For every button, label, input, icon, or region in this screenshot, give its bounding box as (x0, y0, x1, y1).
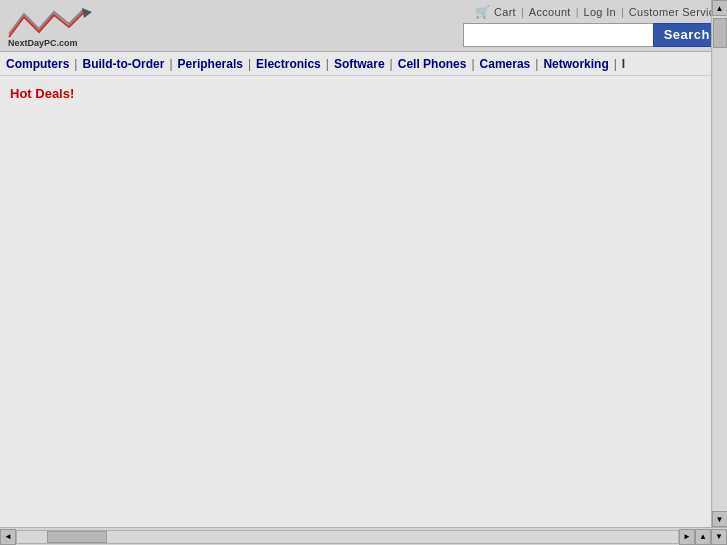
nav-sep-1: | (74, 57, 77, 71)
h-scroll-area: ◄ ► (0, 528, 695, 546)
scroll-track (713, 16, 727, 511)
scroll-thumb[interactable] (713, 18, 727, 48)
logo-area: NextDayPC.com (4, 4, 94, 48)
main-content: Hot Deals! (0, 76, 727, 496)
nav-sep-4: | (326, 57, 329, 71)
nav-sep-2: | (169, 57, 172, 71)
sep2: | (576, 6, 579, 18)
corner-buttons: ▲ ▼ (695, 529, 727, 545)
account-link[interactable]: account (529, 6, 571, 18)
site-logo: NextDayPC.com (4, 4, 94, 48)
nav-computers[interactable]: Computers (6, 57, 69, 71)
nav-peripherals[interactable]: Peripherals (178, 57, 243, 71)
login-link[interactable]: Log in (584, 6, 616, 18)
scroll-down-button[interactable]: ▼ (712, 511, 728, 527)
nav-sep-6: | (471, 57, 474, 71)
bottom-bar: ◄ ► ▲ ▼ (0, 527, 727, 545)
h-scroll-thumb[interactable] (47, 531, 107, 543)
corner-scroll-down[interactable]: ▼ (711, 529, 727, 545)
sep1: | (521, 6, 524, 18)
nav-build[interactable]: Build-to-Order (82, 57, 164, 71)
scroll-up-button[interactable]: ▲ (712, 0, 728, 16)
nav-cellphones[interactable]: Cell Phones (398, 57, 467, 71)
nav-sep-3: | (248, 57, 251, 71)
nav-networking[interactable]: Networking (543, 57, 608, 71)
scrollbar-right: ▲ ▼ (711, 0, 727, 527)
nav-sep-5: | (390, 57, 393, 71)
corner-scroll-up[interactable]: ▲ (695, 529, 711, 545)
customer-service-link[interactable]: customer service (629, 6, 721, 18)
nav-software[interactable]: Software (334, 57, 385, 71)
nav-more-indicator: I (622, 57, 625, 71)
nav-sep-8: | (614, 57, 617, 71)
nav-bar: Computers | Build-to-Order | Peripherals… (0, 52, 727, 76)
top-bar: NextDayPC.com 🛒 cart | account | Log in … (0, 0, 727, 52)
nav-sep-7: | (535, 57, 538, 71)
top-links: 🛒 cart | account | Log in | customer ser… (475, 5, 721, 19)
nav-electronics[interactable]: Electronics (256, 57, 321, 71)
scroll-left-button[interactable]: ◄ (0, 529, 16, 545)
h-scroll-track (16, 530, 679, 544)
search-bar: Search (463, 23, 721, 47)
cart-link[interactable]: cart (494, 6, 516, 18)
top-right: 🛒 cart | account | Log in | customer ser… (463, 5, 721, 47)
cart-icon: 🛒 (475, 5, 490, 19)
scroll-right-button[interactable]: ► (679, 529, 695, 545)
nav-cameras[interactable]: Cameras (480, 57, 531, 71)
svg-text:NextDayPC.com: NextDayPC.com (8, 38, 78, 48)
search-input[interactable] (463, 23, 653, 47)
sep3: | (621, 6, 624, 18)
svg-marker-0 (82, 8, 92, 18)
hot-deals-label: Hot Deals! (10, 86, 74, 101)
